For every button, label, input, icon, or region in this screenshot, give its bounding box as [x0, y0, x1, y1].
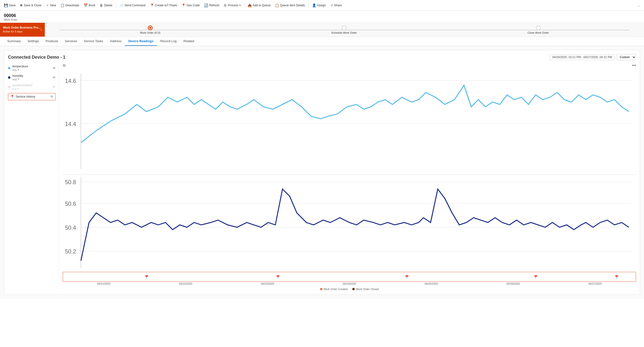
- svg-text:📍: 📍: [403, 275, 411, 279]
- main-content: Connected Device Demo - 1 04/20/2020, 10…: [0, 46, 644, 298]
- assign-button[interactable]: 👤 Assign: [310, 2, 328, 8]
- save-button[interactable]: 💾 Save: [2, 2, 18, 8]
- legend-humidity[interactable]: humidity avg ▾ 👁: [8, 73, 56, 82]
- svg-text:📍: 📍: [143, 275, 151, 279]
- bpf-circle-3: [536, 26, 541, 30]
- send-command-button[interactable]: 📨 Send Command: [118, 2, 148, 8]
- bpf-active-text: Work Order Business Pro... Active for 6 …: [3, 26, 41, 34]
- process-chevron-icon: ▾: [240, 4, 240, 6]
- bpf-stage-1-label: Work Order (6 D): [140, 31, 160, 34]
- tab-device-readings[interactable]: Device Readings: [125, 37, 157, 46]
- service-history-item[interactable]: 📍 Service History 👁: [8, 93, 56, 100]
- service-history-left: 📍 Service History: [10, 95, 35, 98]
- divider-1: [116, 2, 116, 8]
- legend-humidity-left: humidity avg ▾: [8, 74, 23, 81]
- bpf-stage-1[interactable]: Work Order (6 D): [140, 26, 160, 34]
- tab-record-log[interactable]: Record Log: [157, 37, 180, 46]
- geo-code-icon: 📍: [182, 4, 186, 7]
- humidity-label: humidity: [12, 74, 23, 78]
- send-command-icon: 📨: [120, 4, 124, 7]
- chart-area: ⧉ ••• 14.6 14.4: [59, 63, 636, 290]
- bpf-bar: Work Order Business Pro... Active for 6 …: [0, 23, 644, 37]
- accelerometerZ-eye-icon[interactable]: 👁: [52, 85, 56, 89]
- temperature-label-group: temperature avg ▾: [12, 65, 28, 71]
- date-1: 04/21/2020: [97, 282, 110, 285]
- geo-code-button[interactable]: 📍 Geo Code: [180, 2, 202, 8]
- legend-accelerometerZ[interactable]: accelerometerZ avg ▾ 👁: [8, 82, 56, 92]
- bpf-collapse-button[interactable]: ‹: [41, 28, 42, 32]
- layers-icon[interactable]: ⧉: [63, 63, 66, 68]
- deactivate-button[interactable]: 📋 Deactivate: [58, 2, 81, 8]
- charts-wrapper: 14.6 14.4 50.8: [63, 68, 636, 286]
- service-history-label: Service History: [16, 95, 35, 98]
- tab-summary[interactable]: Summary: [4, 37, 24, 46]
- legend-temperature[interactable]: temperature avg ▾ 👁: [8, 63, 56, 73]
- delete-button[interactable]: 🗑 Delete: [98, 2, 114, 8]
- tabs-bar: Summary Settings Products Services Servi…: [0, 37, 644, 46]
- tab-related[interactable]: Related: [180, 37, 198, 46]
- bpf-circle-2: [342, 26, 346, 30]
- svg-text:50.6: 50.6: [65, 201, 76, 207]
- book-button[interactable]: 📅 Book: [82, 2, 97, 8]
- tab-service-tasks[interactable]: Service Tasks: [80, 37, 106, 46]
- svg-text:50.8: 50.8: [65, 179, 76, 185]
- date-3: 04/23/2020: [261, 282, 274, 285]
- accelerometerZ-chevron[interactable]: ▾: [18, 87, 19, 90]
- share-icon: ↗: [330, 4, 333, 7]
- timeline-bar: 📍 📍 📍 📍 📍: [63, 272, 636, 282]
- chart-legend: temperature avg ▾ 👁 humi: [8, 63, 59, 290]
- timeline-dates: 04/21/2020 04/22/2020 04/23/2020 04/24/2…: [63, 282, 636, 286]
- temperature-chart: 14.6 14.4: [63, 68, 636, 174]
- date-7: 04/27/2020: [588, 282, 602, 285]
- iot-icon: 📍: [150, 4, 154, 7]
- accelerometerZ-agg: avg: [12, 87, 17, 90]
- process-button[interactable]: ⚙ Process ▾: [222, 2, 242, 8]
- date-4: 04/24/2020: [342, 282, 356, 285]
- tab-address[interactable]: Address: [106, 37, 125, 46]
- humidity-chevron[interactable]: ▾: [18, 78, 19, 81]
- save-close-button[interactable]: ✖ Save & Close: [18, 2, 43, 8]
- create-iot-flows-button[interactable]: 📍 Create IoT Flows: [148, 2, 179, 8]
- timeline-svg: 📍 📍 📍 📍 📍: [63, 273, 636, 280]
- deactivate-icon: 📋: [60, 4, 64, 7]
- date-range-label: 04/20/2020, 10:21 PM - 04/27/2020, 04:21…: [550, 54, 615, 60]
- accelerometerZ-label: accelerometerZ: [12, 84, 32, 87]
- service-history-eye-icon[interactable]: 👁: [50, 95, 54, 98]
- bpf-stage-3[interactable]: Close Work Order: [528, 26, 549, 34]
- temperature-agg: avg: [12, 68, 17, 71]
- tab-products[interactable]: Products: [42, 37, 62, 46]
- svg-text:14.6: 14.6: [65, 78, 76, 84]
- record-header: 00006 Work Order: [0, 11, 644, 23]
- temperature-eye-icon[interactable]: 👁: [52, 66, 56, 70]
- queue-item-details-button[interactable]: 📋 Queue Item Details: [273, 2, 307, 8]
- add-to-queue-button[interactable]: 📥 Add to Queue: [246, 2, 272, 8]
- refresh-button[interactable]: 🔄 Refresh: [202, 2, 221, 8]
- chart-bottom-legend: Work Order Created Work Order Closed: [63, 288, 636, 290]
- process-icon: ⚙: [224, 4, 227, 7]
- new-button[interactable]: ＋ New: [44, 2, 58, 8]
- new-icon: ＋: [46, 3, 49, 8]
- bpf-active-title: Work Order Business Pro...: [3, 26, 41, 30]
- tab-services[interactable]: Services: [62, 37, 80, 46]
- svg-text:50.4: 50.4: [65, 225, 76, 231]
- date-2: 04/22/2020: [179, 282, 192, 285]
- humidity-dot: [8, 76, 10, 79]
- temperature-chevron[interactable]: ▾: [18, 68, 19, 71]
- assign-icon: 👤: [312, 4, 316, 7]
- humidity-eye-icon[interactable]: 👁: [52, 76, 56, 80]
- bpf-stage-3-label: Close Work Order: [528, 31, 549, 34]
- bpf-stage-2[interactable]: Schedule Work Order: [331, 26, 357, 34]
- tab-settings[interactable]: Settings: [24, 37, 42, 46]
- time-range-select[interactable]: Custom: [616, 54, 636, 60]
- created-label: Work Order Created: [324, 288, 348, 290]
- share-button[interactable]: ↗ Share: [328, 2, 344, 8]
- svg-text:14.4: 14.4: [65, 121, 76, 127]
- service-pin-icon: 📍: [10, 95, 14, 98]
- divider-2: [244, 2, 244, 8]
- chart-more-icon[interactable]: •••: [632, 63, 636, 68]
- chart-container: temperature avg ▾ 👁 humi: [8, 63, 636, 290]
- toolbar: 💾 Save ✖ Save & Close ＋ New 📋 Deactivate…: [0, 0, 644, 11]
- add-queue-icon: 📥: [248, 4, 252, 7]
- more-button[interactable]: ...: [636, 3, 642, 8]
- bpf-stage-2-label: Schedule Work Order: [331, 31, 357, 34]
